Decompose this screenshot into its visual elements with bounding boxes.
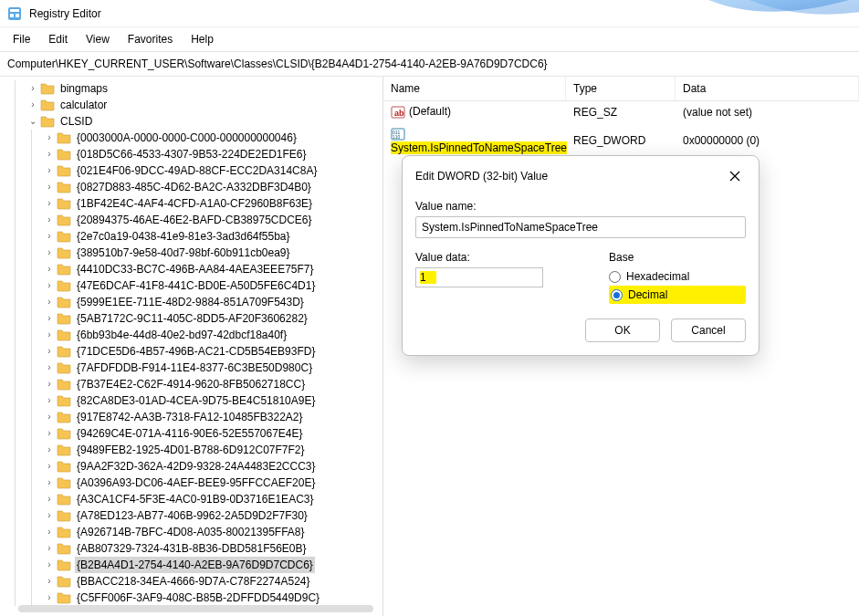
dialog-close-button[interactable] (724, 165, 746, 187)
tree-item[interactable]: {71DCE5D6-4B57-496B-AC21-CD5B54EB93FD} (75, 343, 317, 360)
expander-icon[interactable]: › (27, 99, 38, 110)
column-header-name[interactable]: Name (383, 77, 566, 100)
folder-icon (57, 590, 71, 605)
expander-icon[interactable]: › (44, 559, 55, 570)
folder-icon (57, 360, 71, 375)
tree-item[interactable]: {82CA8DE3-01AD-4CEA-9D75-BE4C51810A9E} (75, 392, 318, 409)
tree-item[interactable]: {9489FEB2-1925-4D01-B788-6D912C07F7F2} (75, 442, 307, 458)
tree-item[interactable]: {4410DC33-BC7C-496B-AA84-4AEA3EEE75F7} (75, 261, 316, 277)
menu-file[interactable]: File (5, 31, 37, 47)
tree-item[interactable]: {BBACC218-34EA-4666-9D7A-C78F2274A524} (75, 573, 312, 590)
tree-item[interactable]: {0827D883-485C-4D62-BA2C-A332DBF3D4B0} (75, 179, 313, 195)
tree-item[interactable]: {A0396A93-DC06-4AEF-BEE9-95FFCCAEF20E} (75, 475, 317, 491)
tree-item[interactable]: {94269C4E-071A-4116-90E6-52E557067E4E} (75, 425, 305, 442)
expander-icon[interactable]: › (44, 149, 55, 160)
folder-icon (57, 525, 71, 539)
expander-icon[interactable]: › (44, 576, 55, 587)
expander-icon[interactable]: › (44, 329, 55, 340)
expander-icon[interactable]: › (44, 132, 55, 143)
tree-item[interactable]: {0003000A-0000-0000-C000-000000000046} (75, 130, 299, 146)
tree-item[interactable]: {C5FF006F-3AF9-408C-B85B-2DFFDD5449D9C} (75, 590, 321, 606)
column-header-type[interactable]: Type (566, 77, 676, 100)
folder-icon (57, 459, 71, 474)
folder-icon (57, 229, 71, 244)
expander-icon[interactable]: › (44, 494, 55, 505)
expander-icon[interactable]: › (44, 280, 55, 291)
value-type: REG_DWORD (566, 132, 676, 149)
expander-icon[interactable]: › (44, 231, 55, 242)
tree-item[interactable]: {AB807329-7324-431B-8B36-DBD581F56E0B} (75, 540, 309, 557)
expander-icon[interactable]: › (44, 428, 55, 439)
column-header-data[interactable]: Data (676, 77, 859, 100)
tree-item[interactable]: {018D5C66-4533-4307-9B53-224DE2ED1FE6} (75, 146, 309, 162)
tree-item[interactable]: {9AA2F32D-362A-42D9-9328-24A4483E2CCC3} (75, 458, 318, 475)
value-row[interactable]: 011110System.IsPinnedToNameSpaceTreeREG_… (383, 123, 859, 158)
base-dec-radio[interactable]: Decimal (609, 286, 746, 304)
expander-icon[interactable]: › (44, 395, 55, 406)
tree-item[interactable]: {1BF42E4C-4AF4-4CFD-A1A0-CF2960B8F63E} (75, 195, 314, 212)
expander-icon[interactable]: ⌄ (27, 116, 38, 127)
tree-item[interactable]: bingmaps (58, 80, 110, 97)
tree-item[interactable]: {5999E1EE-711E-48D2-9884-851A709F543D} (75, 294, 306, 310)
menu-view[interactable]: View (79, 31, 117, 47)
tree-item[interactable]: {6bb93b4e-44d8-40e2-bd97-42dbcf18a40f} (75, 327, 288, 343)
menu-edit[interactable]: Edit (41, 31, 75, 47)
expander-icon[interactable]: › (44, 543, 55, 554)
expander-icon[interactable]: › (44, 362, 55, 373)
svg-rect-3 (16, 14, 19, 17)
value-type: REG_SZ (566, 104, 676, 120)
svg-text:ab: ab (394, 109, 404, 118)
tree-item[interactable]: {917E8742-AA3B-7318-FA12-10485FB322A2} (75, 409, 305, 425)
value-data: (value not set) (676, 104, 859, 120)
expander-icon[interactable]: › (44, 477, 55, 488)
tree-item[interactable]: {A3CA1CF4-5F3E-4AC0-91B9-0D3716E1EAC3} (75, 491, 315, 507)
tree-item[interactable]: {A78ED123-AB77-406B-9962-2A5D9D2F7F30} (75, 507, 309, 524)
tree-item[interactable]: {B2B4A4D1-2754-4140-A2EB-9A76D9D7CDC6} (75, 557, 315, 573)
value-name-input[interactable] (415, 216, 746, 238)
expander-icon[interactable]: › (44, 182, 55, 193)
expander-icon[interactable]: › (44, 461, 55, 472)
expander-icon[interactable]: › (44, 165, 55, 176)
expander-icon[interactable]: › (27, 83, 38, 94)
expander-icon[interactable]: › (44, 198, 55, 209)
folder-icon (57, 541, 71, 556)
expander-icon[interactable]: › (44, 313, 55, 324)
expander-icon[interactable]: › (44, 510, 55, 521)
menu-help[interactable]: Help (183, 31, 221, 47)
expander-icon[interactable]: › (44, 214, 55, 225)
value-data-input[interactable]: 1 (415, 267, 543, 287)
expander-icon[interactable]: › (44, 592, 55, 603)
ok-button[interactable]: OK (585, 318, 660, 342)
tree-item[interactable]: {A926714B-7BFC-4D08-A035-80021395FFA8} (75, 524, 307, 540)
tree-pane[interactable]: ›bingmaps›calculator⌄CLSID›{0003000A-000… (0, 77, 383, 616)
folder-icon (57, 147, 71, 162)
expander-icon[interactable]: › (44, 346, 55, 357)
expander-icon[interactable]: › (44, 264, 55, 275)
tree-item[interactable]: {7B37E4E2-C62F-4914-9620-8FB5062718CC} (75, 376, 307, 392)
cancel-button[interactable]: Cancel (671, 318, 746, 342)
folder-icon (57, 213, 71, 227)
expander-icon[interactable]: › (44, 527, 55, 538)
folder-icon (57, 443, 71, 457)
expander-icon[interactable]: › (44, 444, 55, 455)
tree-item[interactable]: {2e7c0a19-0438-41e9-81e3-3ad3d64f55ba} (75, 228, 292, 245)
folder-icon (57, 574, 71, 589)
expander-icon[interactable]: › (44, 247, 55, 258)
address-bar[interactable]: Computer\HKEY_CURRENT_USER\Software\Clas… (0, 51, 859, 77)
tree-item[interactable]: {20894375-46AE-46E2-BAFD-CB38975CDCE6} (75, 212, 314, 228)
expander-icon[interactable]: › (44, 297, 55, 308)
menu-favorites[interactable]: Favorites (120, 31, 180, 47)
tree-item[interactable]: {5AB7172C-9C11-405C-8DD5-AF20F3606282} (75, 310, 309, 327)
tree-item[interactable]: {7AFDFDDB-F914-11E4-8377-6C3BE50D980C} (75, 360, 314, 376)
tree-item[interactable]: {47E6DCAF-41F8-441C-BD0E-A50D5FE6C4D1} (75, 277, 317, 294)
folder-icon (57, 278, 71, 293)
value-row[interactable]: ab(Default)REG_SZ(value not set) (383, 101, 859, 123)
tree-item[interactable]: CLSID (58, 113, 94, 130)
expander-icon[interactable]: › (44, 412, 55, 423)
expander-icon[interactable]: › (44, 379, 55, 390)
tree-item[interactable]: {389510b7-9e58-40d7-98bf-60b911cb0ea9} (75, 245, 292, 261)
base-hex-radio[interactable]: Hexadecimal (609, 267, 746, 286)
base-dec-label: Decimal (628, 288, 667, 301)
tree-item[interactable]: {021E4F06-9DCC-49AD-88CF-ECC2DA314C8A} (75, 162, 319, 179)
tree-item[interactable]: calculator (58, 97, 109, 113)
